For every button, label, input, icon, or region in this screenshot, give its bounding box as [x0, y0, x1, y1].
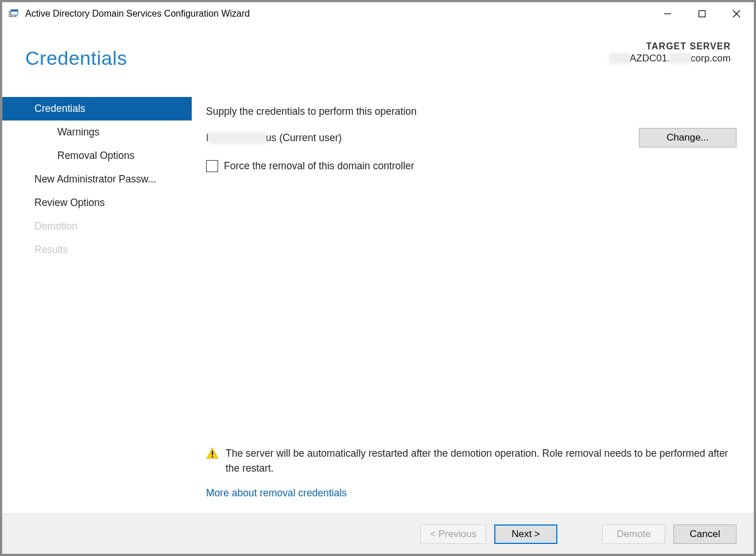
warning-text: The server will be automatically restart…	[226, 446, 731, 476]
instruction-text: Supply the credentials to perform this o…	[206, 106, 736, 118]
maximize-button[interactable]	[685, 2, 719, 25]
sidebar-item-review-options[interactable]: Review Options	[2, 191, 192, 215]
force-removal-label: Force the removal of this domain control…	[224, 160, 414, 172]
sidebar-item-results: Results	[2, 238, 192, 262]
svg-rect-9	[212, 456, 213, 457]
body: Credentials Warnings Removal Options New…	[2, 88, 754, 514]
redacted-text: ████████	[209, 132, 266, 144]
svg-rect-2	[11, 10, 18, 11]
svg-rect-4	[699, 11, 705, 17]
change-button[interactable]: Change...	[639, 128, 736, 147]
more-about-link[interactable]: More about removal credentials	[206, 487, 736, 499]
page-title: Credentials	[25, 47, 127, 69]
redacted-text: ███	[609, 53, 630, 64]
target-server-label: TARGET SERVER	[609, 41, 731, 52]
sidebar: Credentials Warnings Removal Options New…	[2, 88, 192, 514]
redacted-text: ███	[670, 53, 691, 64]
demote-button: Demote	[602, 524, 665, 544]
cancel-button[interactable]: Cancel	[673, 524, 736, 544]
close-button[interactable]	[719, 2, 754, 25]
sidebar-item-demotion: Demotion	[2, 215, 192, 238]
wizard-window: Active Directory Domain Services Configu…	[2, 2, 754, 554]
window-controls	[650, 2, 754, 25]
minimize-button[interactable]	[650, 2, 685, 25]
previous-button: < Previous	[420, 524, 486, 544]
window-title: Active Directory Domain Services Configu…	[25, 9, 650, 19]
force-removal-checkbox[interactable]	[206, 160, 218, 172]
target-server-box: TARGET SERVER ███AZDC01.███corp.com	[609, 41, 731, 64]
next-button[interactable]: Next >	[494, 524, 557, 544]
sidebar-item-credentials[interactable]: Credentials	[2, 97, 192, 120]
svg-rect-8	[212, 451, 213, 455]
app-icon	[8, 8, 20, 20]
content-area: Supply the credentials to perform this o…	[192, 88, 754, 514]
force-removal-row: Force the removal of this domain control…	[206, 160, 736, 172]
sidebar-item-removal-options[interactable]: Removal Options	[2, 144, 192, 168]
footer: < Previous Next > Demote Cancel	[2, 514, 754, 554]
titlebar: Active Directory Domain Services Configu…	[2, 2, 754, 25]
header: Credentials TARGET SERVER ███AZDC01.███c…	[2, 25, 754, 88]
warning-row: The server will be automatically restart…	[206, 446, 736, 476]
warning-icon	[206, 447, 219, 460]
current-user-value: I████████us (Current user)	[206, 132, 342, 144]
current-user-row: I████████us (Current user) Change...	[206, 128, 736, 147]
sidebar-item-new-admin-password[interactable]: New Administrator Passw...	[2, 168, 192, 191]
target-server-value: ███AZDC01.███corp.com	[609, 53, 731, 64]
sidebar-item-warnings[interactable]: Warnings	[2, 120, 192, 144]
